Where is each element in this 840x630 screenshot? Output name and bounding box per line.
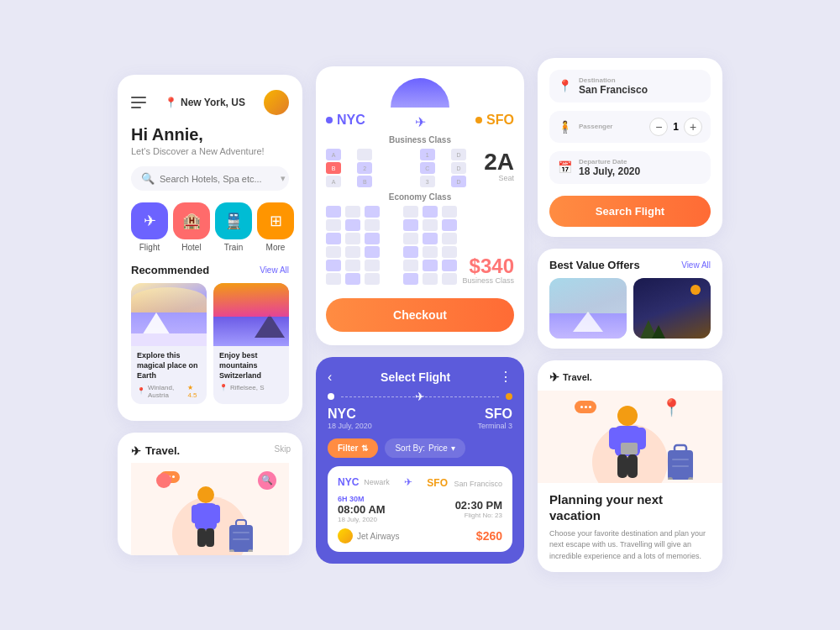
filter-button[interactable]: Filter ⇅ [328, 438, 378, 458]
selected-seat-display: 2A [484, 150, 514, 174]
planning-description: Choose your favorite destination and pla… [549, 528, 711, 563]
svg-rect-5 [206, 528, 214, 547]
flight-price: $260 [476, 529, 502, 543]
seat-B3[interactable]: C [420, 162, 435, 174]
planning-header: ✈ Travel. [538, 360, 722, 391]
best-value-header: Best Value Offers View All [549, 259, 711, 271]
more-label: More [266, 243, 286, 252]
seat-C1[interactable]: A [326, 176, 341, 187]
rec-card-2[interactable]: Enjoy best mountains Switzerland 📍 Rifle… [213, 283, 289, 403]
flight-duration: 6H 30M [338, 495, 386, 503]
seat-A1[interactable]: A [326, 149, 341, 160]
passenger-stepper: − 1 + [649, 118, 702, 136]
rec-image-1 [131, 283, 207, 346]
rec-card-1[interactable]: Explore this magical place on Earth 📍 Wi… [131, 283, 207, 403]
category-flight[interactable]: ✈ Flight [131, 202, 168, 252]
rec-star-1: ★ 4.5 [187, 384, 201, 399]
dest-city: SFO Terminal 3 [477, 407, 512, 430]
planning-location-pin: 📍 [661, 397, 682, 417]
seat-aisle-1 [388, 149, 403, 160]
filter-icon: ⇅ [361, 444, 368, 453]
seat-B4[interactable]: D [451, 162, 466, 174]
departure-field: 📅 Departure Date 18 July, 2020 [549, 151, 711, 184]
svg-rect-22 [672, 465, 689, 467]
passenger-content: Passenger [579, 123, 643, 130]
economy-class-label: Economy Class [326, 192, 514, 202]
home-screen-card: 📍 New York, US Hi Annie, Let's Discover … [118, 75, 302, 420]
planning-suitcase [666, 442, 695, 483]
svg-rect-21 [672, 459, 689, 460]
best-value-img-2[interactable] [633, 278, 711, 339]
business-class-label: Business Class [326, 135, 514, 144]
dest-city-code: SFO [477, 407, 512, 422]
departure-label: Departure Date [579, 158, 702, 165]
back-button[interactable]: ‹ [328, 370, 332, 385]
depart-date: 18 July, 2020 [338, 516, 386, 523]
travel-logo: ✈ Travel. [131, 444, 180, 458]
best-value-card: Best Value Offers View All [538, 249, 722, 349]
sf-header: ‹ Select Flight ⋮ [328, 369, 512, 385]
price-class: Business Class [462, 276, 514, 285]
suitcase-figure [228, 517, 255, 555]
user-avatar[interactable] [264, 90, 289, 115]
flight-dest: SFO San Francisco [427, 475, 502, 490]
rec-meta-2: 📍 Riflelsee, S [219, 384, 283, 391]
airline-logo [338, 528, 353, 543]
search-flight-button[interactable]: Search Flight [549, 196, 711, 227]
select-flight-card: ‹ Select Flight ⋮ ✈ NYC 18 July, 2020 SF… [316, 357, 524, 564]
passenger-label: Passenger [579, 123, 643, 130]
home-header: 📍 New York, US [131, 90, 289, 115]
seat-B1-selected[interactable]: B [326, 162, 341, 174]
view-all-recommended[interactable]: View All [260, 265, 289, 275]
airline-row: Jet Airways $260 [338, 528, 502, 543]
person-figure [185, 485, 227, 555]
category-more[interactable]: ⊞ More [257, 202, 294, 252]
search-input[interactable] [160, 174, 276, 184]
rec-title-2: Enjoy best mountains Switzerland [219, 351, 283, 381]
hotel-label: Hotel [181, 243, 201, 252]
search-bar[interactable]: 🔍 ▾ [131, 166, 289, 191]
category-hotel[interactable]: 🏨 Hotel [173, 202, 210, 252]
location-display: 📍 New York, US [165, 97, 245, 108]
search-panel-card: 📍 Destination San Francisco 🧍 Passenger … [538, 58, 722, 237]
seat-A2[interactable] [357, 149, 372, 160]
seat-C3[interactable]: 3 [420, 176, 435, 187]
planning-plane-icon: ✈ [549, 370, 559, 384]
destination-input-area[interactable]: 📍 Destination San Francisco [549, 70, 711, 102]
seat-A4[interactable]: D [451, 149, 466, 160]
flight-departure: 6H 30M 08:00 AM 18 July, 2020 [338, 495, 386, 523]
passenger-increment[interactable]: + [684, 118, 702, 136]
planning-chat-bubble [575, 401, 596, 413]
svg-rect-2 [192, 505, 200, 523]
best-value-view-all[interactable]: View All [681, 260, 711, 270]
seat-C2[interactable]: B [357, 176, 372, 187]
flight-label: Flight [139, 243, 160, 252]
departure-input-area[interactable]: 📅 Departure Date 18 July, 2020 [549, 151, 711, 184]
category-train[interactable]: 🚆 Train [215, 202, 252, 252]
filter-row: Filter ⇅ Sort By: Price ▾ [328, 438, 512, 458]
checkout-button[interactable]: Checkout [326, 298, 514, 332]
more-options-icon[interactable]: ⋮ [499, 369, 512, 385]
seat-B2[interactable]: 2 [357, 162, 372, 174]
chevron-down-icon: ▾ [281, 173, 286, 184]
train-label: Train [224, 243, 243, 252]
seat-C4[interactable]: D [451, 176, 466, 187]
aircraft-arch [391, 78, 449, 108]
filter-label: Filter [338, 444, 358, 453]
seat-A3[interactable]: 1 [420, 149, 435, 160]
planning-text: Planning your next vacation Choose your … [538, 483, 722, 573]
sort-value: Price [428, 444, 448, 453]
rec-info-1: Explore this magical place on Earth 📍 Wi… [131, 346, 207, 403]
rec-title-1: Explore this magical place on Earth [137, 351, 201, 381]
travel-onboard-card: ✈ Travel. Skip [118, 433, 302, 555]
skip-button[interactable]: Skip [275, 444, 291, 454]
more-category-icon: ⊞ [257, 202, 294, 239]
flight-from-full: Newark [364, 478, 390, 486]
best-value-img-1[interactable] [549, 278, 627, 339]
sort-button[interactable]: Sort By: Price ▾ [385, 438, 465, 458]
flight-to-full: San Francisco [454, 480, 502, 488]
planning-logo: ✈ Travel. [549, 370, 592, 384]
passenger-decrement[interactable]: − [649, 118, 668, 136]
destination-label: Destination [579, 76, 702, 84]
hamburger-menu[interactable] [131, 97, 146, 108]
